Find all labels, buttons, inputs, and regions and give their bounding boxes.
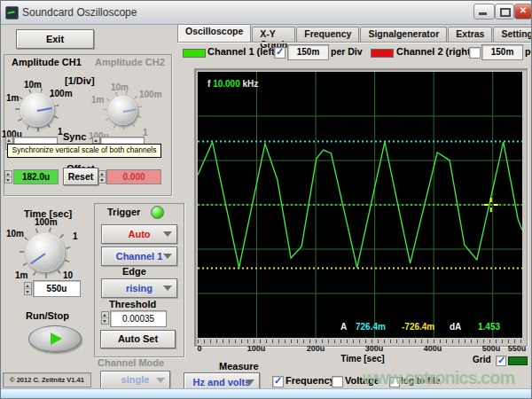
amplitude-ch2-knob[interactable] <box>108 96 137 125</box>
grid-color-swatch <box>508 356 528 365</box>
log-to-file-checkbox[interactable] <box>389 377 400 387</box>
x-tick-550u: 550u <box>508 344 527 353</box>
sync-label: Sync <box>63 131 86 142</box>
amplitude-ch1-label: Amplitude CH1 <box>12 57 82 67</box>
ch2-tick-100m: 100m <box>139 90 162 99</box>
trigger-mode-dropdown[interactable]: Auto <box>101 224 177 244</box>
trigger-led <box>151 206 164 219</box>
tab-signalgenerator[interactable]: Signalgenerator <box>360 27 447 43</box>
auto-set-button[interactable]: Auto Set <box>100 330 176 348</box>
ch1-tick-1: 1 <box>58 127 63 137</box>
exit-button[interactable]: Exit <box>16 29 94 49</box>
tab-extras[interactable]: Extras <box>448 27 492 43</box>
x-axis-minor-ticks <box>198 340 522 343</box>
chevron-down-icon <box>156 378 165 383</box>
time-tick-1: 1 <box>73 231 78 241</box>
close-icon: ✕ <box>515 5 531 15</box>
tab-strip: OscilloscopeX-Y GraphFrequencySignalgene… <box>177 25 532 43</box>
chevron-down-icon <box>163 286 172 291</box>
time-knob[interactable] <box>26 233 65 272</box>
tab-frequency[interactable]: Frequency <box>296 27 359 43</box>
sync-tooltip: Synchronize vertical scale of both chann… <box>7 144 161 158</box>
grid-label: Grid <box>473 355 491 364</box>
channel1-enable-checkbox[interactable] <box>274 47 286 59</box>
trigger-edge-value: rising <box>126 283 153 293</box>
app-window: Soundcard Oszilloscope ✕ Exit Amplitude … <box>0 0 532 399</box>
channel-mode-dropdown[interactable]: single <box>100 371 170 389</box>
knob-pointer <box>122 108 136 113</box>
grid-checkbox[interactable] <box>496 356 506 366</box>
measure-mode-value: Hz and volts <box>193 377 251 387</box>
channel-mode-label: Channel Mode <box>98 357 164 368</box>
meas-a-max: 726.4m <box>356 322 386 332</box>
freq-prefix: f <box>207 79 210 89</box>
channel2-per-div-field[interactable]: 150m <box>481 44 523 60</box>
run-stop-label: Run/Stop <box>26 310 69 321</box>
threshold-label: Threshold <box>109 299 156 309</box>
knob-pointer <box>37 107 53 112</box>
channel2-color-swatch <box>371 49 394 58</box>
freq-value: 10.000 <box>213 79 240 89</box>
offset-ch1-spinner[interactable] <box>4 170 12 184</box>
ch1-tick-100m: 100m <box>50 89 73 98</box>
channel1-per-div-field[interactable]: 150m <box>287 44 329 60</box>
channel2-per-div-label: per Div <box>525 46 532 57</box>
voltage-checkbox[interactable] <box>332 376 343 387</box>
trigger-source-value: Channel 1 <box>116 251 163 262</box>
waveform-chart <box>198 72 522 338</box>
time-tick-1m: 1m <box>15 270 27 280</box>
tab-oscilloscope[interactable]: Oscilloscope <box>177 24 251 43</box>
threshold-spinner[interactable] <box>101 311 109 325</box>
time-value-spinner[interactable] <box>24 282 32 295</box>
meas-da-label: dA <box>450 322 461 332</box>
tab-panel-edge <box>177 42 532 43</box>
chevron-down-icon <box>163 254 172 259</box>
window-title: Soundcard Oszilloscope <box>22 6 137 19</box>
trigger-title: Trigger <box>107 207 140 217</box>
tab-settings[interactable]: Settings <box>493 27 532 43</box>
offset-ch2-spinner[interactable] <box>98 170 106 184</box>
trigger-edge-dropdown[interactable]: rising <box>101 278 177 298</box>
amplitude-unit-label: [1/Div] <box>65 75 95 86</box>
close-button[interactable]: ✕ <box>514 4 532 20</box>
app-icon <box>5 6 19 20</box>
maximize-icon <box>500 8 511 17</box>
meas-da-value: 1.453 <box>478 322 500 332</box>
time-tick-10m: 10m <box>6 229 24 239</box>
offset-ch2-field[interactable]: 0.000 <box>106 169 161 184</box>
voltage-checkbox-label: Voltage <box>345 375 379 386</box>
chevron-down-icon <box>163 231 172 237</box>
window-bottom-border <box>1 388 532 399</box>
knob-pointer <box>30 253 46 264</box>
time-tick-100m: 100m <box>35 217 58 227</box>
tab-x-y-graph[interactable]: X-Y Graph <box>252 27 295 43</box>
frequency-checkbox[interactable] <box>272 376 284 387</box>
x-axis-label: Time [sec] <box>327 354 398 364</box>
x-tick-0: 0 <box>197 344 201 353</box>
log-to-file-label: log to file <box>401 376 440 386</box>
x-tick-500u: 500u <box>482 344 501 353</box>
ch1-tick-10m: 10m <box>24 80 42 90</box>
freq-unit: kHz <box>243 79 259 89</box>
chevron-down-icon <box>246 379 254 385</box>
maximize-button[interactable] <box>495 4 514 20</box>
minimize-icon <box>479 12 487 15</box>
trigger-source-dropdown[interactable]: Channel 1 <box>101 246 177 266</box>
watermark: www.cntronics.com <box>363 368 532 388</box>
minimize-button[interactable] <box>473 4 495 20</box>
threshold-field[interactable]: 0.00035 <box>110 310 167 327</box>
ch2-tick-1m: 1m <box>91 95 104 105</box>
offset-reset-button[interactable]: Reset <box>63 168 98 185</box>
x-tick-100u: 100u <box>247 344 266 353</box>
x-tick-200u: 200u <box>307 344 325 353</box>
offset-ch1-field[interactable]: 182.0u <box>13 169 59 184</box>
run-stop-button[interactable] <box>28 325 82 352</box>
ch1-tick-1m: 1m <box>6 93 19 103</box>
time-value-field[interactable]: 550u <box>33 280 81 297</box>
channel2-enable-checkbox[interactable] <box>469 47 481 59</box>
x-tick-300u: 300u <box>365 344 384 353</box>
measure-title: Measure <box>219 361 259 372</box>
channel1-color-swatch <box>183 49 206 58</box>
time-tick-10: 10 <box>63 270 73 280</box>
trigger-mode-value: Auto <box>128 229 150 239</box>
